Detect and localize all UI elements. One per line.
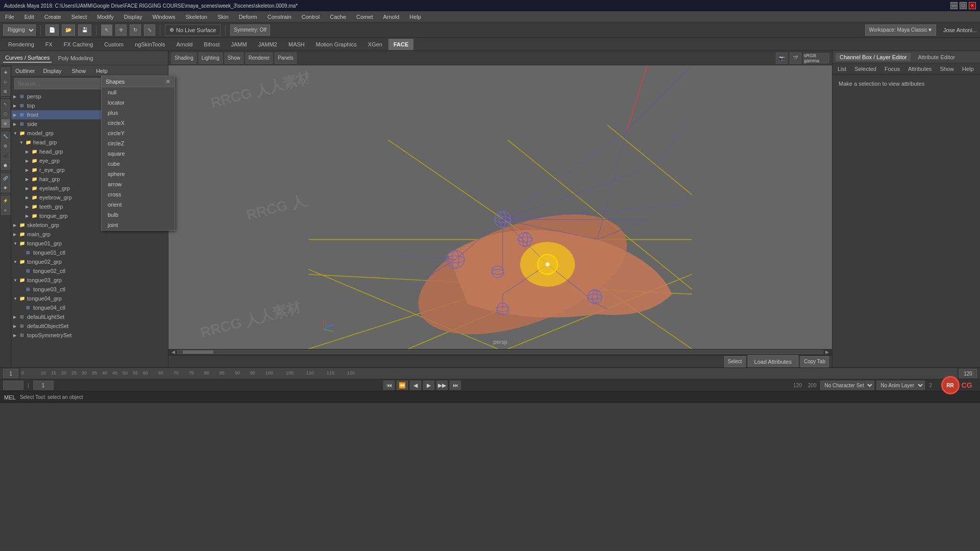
shapes-close-btn[interactable]: ✕ bbox=[165, 78, 170, 85]
tool-btn-new[interactable]: 📄 bbox=[45, 24, 59, 36]
frame-start-input[interactable] bbox=[3, 369, 18, 378]
tree-item-tongue02-grp[interactable]: ▼ 📁 tongue02_grp bbox=[11, 257, 168, 266]
lts-btn-8[interactable]: ⚙ bbox=[1, 141, 10, 151]
menu-arnold[interactable]: Arnold bbox=[381, 13, 401, 21]
tree-item-objectset[interactable]: ▶ ⊞ defaultObjectSet bbox=[11, 321, 168, 331]
tab-jamm2[interactable]: JAMM2 bbox=[253, 39, 282, 50]
rp-subtab-attributes[interactable]: Attributes bbox=[906, 65, 934, 73]
menu-cache[interactable]: Cache bbox=[328, 13, 348, 21]
menu-modify[interactable]: Modify bbox=[95, 13, 115, 21]
shape-circleZ[interactable]: circleZ bbox=[102, 138, 175, 148]
shape-plus[interactable]: plus bbox=[102, 108, 175, 118]
tab-mash[interactable]: MASH bbox=[283, 39, 310, 50]
tab-jamm[interactable]: JAMM bbox=[226, 39, 252, 50]
playback-start[interactable]: ⏮ bbox=[383, 381, 395, 390]
rp-subtab-show[interactable]: Show bbox=[938, 65, 956, 73]
lts-btn-4[interactable]: ↖ bbox=[1, 99, 10, 109]
shape-null[interactable]: null bbox=[102, 87, 175, 97]
cs-tab-poly[interactable]: Poly Modeling bbox=[56, 54, 95, 62]
tree-item-tongue03-grp[interactable]: ▼ 📁 tongue03_grp bbox=[11, 276, 168, 285]
outliner-show[interactable]: Show bbox=[70, 67, 88, 75]
lts-btn-12[interactable]: ✱ bbox=[1, 183, 10, 192]
tool-move[interactable]: ✛ bbox=[115, 24, 127, 36]
tab-arnold[interactable]: Arnold bbox=[172, 39, 198, 50]
playback-next[interactable]: ▶▶ bbox=[436, 381, 448, 390]
lts-btn-13[interactable]: ⚡ bbox=[1, 196, 10, 205]
vp-render-btn[interactable]: 🎬 bbox=[790, 53, 801, 64]
menu-display[interactable]: Display bbox=[122, 13, 144, 21]
tool-btn-save[interactable]: 💾 bbox=[78, 24, 91, 36]
maximize-button[interactable]: □ bbox=[960, 2, 967, 9]
playback-end[interactable]: ⏭ bbox=[450, 381, 461, 390]
playback-prev-frame[interactable]: ⏪ bbox=[397, 381, 408, 390]
tree-item-toposym[interactable]: ▶ ⊞ topoSymmetrySet bbox=[11, 331, 168, 340]
current-frame-input[interactable]: 1 bbox=[3, 381, 23, 390]
shape-locator[interactable]: locator bbox=[102, 97, 175, 108]
tool-btn-open[interactable]: 📂 bbox=[62, 24, 75, 36]
lts-btn-6[interactable]: ⊕ bbox=[1, 119, 10, 128]
cs-tab-curves[interactable]: Curves / Surfaces bbox=[3, 54, 52, 63]
workspace-label[interactable]: Workspace: Maya Classic▼ bbox=[865, 24, 936, 36]
tab-ngskin[interactable]: ngSkinTools bbox=[130, 39, 170, 50]
shape-sphere[interactable]: sphere bbox=[102, 169, 175, 179]
menu-select[interactable]: Select bbox=[69, 13, 89, 21]
playback-prev[interactable]: ◀ bbox=[410, 381, 421, 390]
shape-cube[interactable]: cube bbox=[102, 159, 175, 169]
load-attributes-button[interactable]: Load Attributes bbox=[748, 355, 798, 368]
tool-rotate[interactable]: ↻ bbox=[130, 24, 141, 36]
lts-btn-11[interactable]: 🔗 bbox=[1, 173, 10, 183]
lts-btn-7[interactable]: 🔧 bbox=[1, 132, 10, 141]
workspace-select[interactable]: Rigging bbox=[3, 24, 36, 36]
tree-item-tongue04-ctl[interactable]: ⊞ tongue04_ctl bbox=[11, 303, 168, 312]
shape-circleX[interactable]: circleX bbox=[102, 118, 175, 128]
vp-scroll-thumb[interactable] bbox=[183, 350, 213, 354]
lts-btn-3[interactable]: ⊞ bbox=[1, 87, 10, 96]
tree-item-tongue03-ctl[interactable]: ⊞ tongue03_ctl bbox=[11, 285, 168, 294]
menu-constrain[interactable]: Constrain bbox=[265, 13, 293, 21]
no-live-surface[interactable]: ⊕ No Live Surface bbox=[165, 24, 220, 36]
rp-tab-attribute[interactable]: Attribute Editor bbox=[914, 53, 959, 61]
symmetry-btn[interactable]: Symmetry: Off bbox=[230, 24, 270, 36]
vp-panels[interactable]: Panels bbox=[275, 53, 297, 64]
shape-joint[interactable]: joint bbox=[102, 220, 175, 230]
rp-subtab-selected[interactable]: Selected bbox=[852, 65, 878, 73]
current-frame-input2[interactable] bbox=[33, 381, 54, 390]
no-anim-layer-select[interactable]: No Anim Layer bbox=[876, 381, 925, 390]
lts-btn-14[interactable]: ≡ bbox=[1, 206, 10, 215]
menu-file[interactable]: File bbox=[3, 13, 16, 21]
vp-camera-btn[interactable]: 📷 bbox=[776, 53, 788, 64]
rp-subtab-focus[interactable]: Focus bbox=[883, 65, 902, 73]
tool-scale[interactable]: ⤡ bbox=[144, 24, 155, 36]
tab-fx[interactable]: FX bbox=[40, 39, 58, 50]
timeline-numbers[interactable]: 0 10 15 20 25 30 35 40 45 50 55 60 65 70… bbox=[20, 368, 957, 379]
tab-rendering[interactable]: Rendering bbox=[3, 39, 39, 50]
tree-item-tongue01-ctl[interactable]: ⊞ tongue01_ctl bbox=[11, 248, 168, 257]
shape-orient[interactable]: orient bbox=[102, 199, 175, 210]
lts-btn-1[interactable]: ◈ bbox=[1, 67, 10, 77]
tree-item-tongue04-grp[interactable]: ▼ 📁 tongue04_grp bbox=[11, 294, 168, 303]
vp-show[interactable]: Show bbox=[225, 53, 243, 64]
shape-arrow[interactable]: arrow bbox=[102, 179, 175, 189]
lts-btn-2[interactable]: ▷ bbox=[1, 77, 10, 86]
menu-create[interactable]: Create bbox=[42, 13, 63, 21]
vp-scroll-track[interactable] bbox=[177, 350, 823, 354]
menu-windows[interactable]: Windows bbox=[151, 13, 178, 21]
tab-face[interactable]: FACE bbox=[388, 39, 413, 50]
tree-item-lightset[interactable]: ▶ ⊞ defaultLightSet bbox=[11, 312, 168, 321]
vp-scrollbar[interactable]: ◀ ▶ bbox=[168, 349, 832, 355]
vp-shading[interactable]: Shading bbox=[172, 53, 197, 64]
tool-select[interactable]: ↖ bbox=[101, 24, 112, 36]
tab-custom[interactable]: Custom bbox=[99, 39, 129, 50]
vp-renderer[interactable]: Renderer bbox=[246, 53, 273, 64]
lts-btn-5[interactable]: ⬡ bbox=[1, 109, 10, 118]
minimize-button[interactable]: — bbox=[950, 2, 958, 9]
shape-square[interactable]: square bbox=[102, 148, 175, 159]
tree-item-tongue02-ctl[interactable]: ⊞ tongue02_ctl bbox=[11, 266, 168, 276]
rp-tab-channel[interactable]: Channel Box / Layer Editor bbox=[836, 53, 911, 61]
tab-xgen[interactable]: XGen bbox=[363, 39, 387, 50]
shape-circleY[interactable]: circleY bbox=[102, 128, 175, 138]
menu-comet[interactable]: Comet bbox=[354, 13, 375, 21]
rp-subtab-help[interactable]: Help bbox=[960, 65, 976, 73]
close-button[interactable]: ✕ bbox=[969, 2, 976, 9]
scroll-right-btn[interactable]: ▶ bbox=[823, 349, 831, 355]
